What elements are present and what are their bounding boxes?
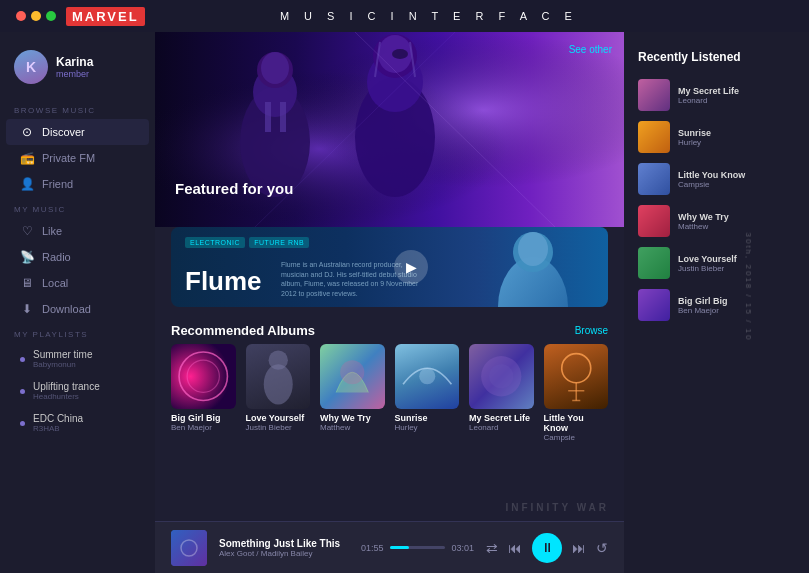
album-artist-1: Ben Maejor: [171, 423, 236, 432]
sidebar-playlist-summer[interactable]: Summer time Babymonun: [6, 343, 149, 375]
app-title: M U S I C I N T E R F A C E: [280, 10, 578, 22]
playlist-dot-3: [20, 421, 25, 426]
playlist-summer-name: Summer time: [33, 349, 92, 360]
user-name: Karina: [56, 55, 93, 69]
play-button[interactable]: ▶: [394, 250, 428, 284]
browse-link[interactable]: Browse: [575, 325, 608, 336]
album-big-girl-big[interactable]: Big Girl Big Ben Maejor: [171, 344, 236, 442]
sidebar-item-like[interactable]: ♡ Like: [6, 218, 149, 244]
repeat-button[interactable]: ↺: [596, 540, 608, 556]
avatar: K: [14, 50, 48, 84]
player-song-title: Something Just Like This: [219, 538, 349, 549]
sidebar-item-radio[interactable]: 📡 Radio: [6, 244, 149, 270]
album-name-4: Sunrise: [395, 413, 460, 423]
close-button[interactable]: [16, 11, 26, 21]
right-panel: Recently Listened My Secret Life Leonard…: [624, 32, 809, 573]
broadcast-icon: 📡: [20, 250, 34, 264]
sidebar-friend-label: Friend: [42, 178, 73, 190]
track-name-6: Big Girl Big: [678, 296, 728, 306]
recommended-header: Recommended Albums Browse: [171, 315, 608, 344]
track-thumb-4: [638, 205, 670, 237]
track-artist-1: Leonard: [678, 96, 739, 105]
sidebar: K Karina member BROWSE MUSIC ⊙ Discover …: [0, 32, 155, 573]
top-bar: MARVEL M U S I C I N T E R F A C E: [0, 0, 809, 32]
sidebar-playlist-edc[interactable]: EDC China R3HAB: [6, 407, 149, 439]
flume-card: ELECTRONIC FUTURE RNB Flume Flume is an …: [171, 227, 608, 307]
track-thumb-1: [638, 79, 670, 111]
sidebar-item-friend[interactable]: 👤 Friend: [6, 171, 149, 197]
minimize-button[interactable]: [31, 11, 41, 21]
recommended-section: Recommended Albums Browse Big Girl Big B…: [155, 315, 624, 521]
shuffle-button[interactable]: ⇄: [486, 540, 498, 556]
player-controls: ⇄ ⏮ ⏸ ⏭ ↺: [486, 533, 608, 563]
svg-point-15: [392, 49, 408, 59]
svg-point-6: [261, 52, 289, 84]
track-thumb-6: [638, 289, 670, 321]
svg-point-22: [187, 360, 219, 392]
track-big-girl-big[interactable]: Big Girl Big Ben Maejor: [634, 284, 799, 326]
player-info: Something Just Like This Alex Goot / Mad…: [219, 538, 349, 558]
track-why-we-try[interactable]: Why We Try Matthew: [634, 200, 799, 242]
sidebar-item-discover[interactable]: ⊙ Discover: [6, 119, 149, 145]
player: Something Just Like This Alex Goot / Mad…: [155, 521, 624, 573]
maximize-button[interactable]: [46, 11, 56, 21]
album-love-yourself[interactable]: Love Yourself Justin Bieber: [246, 344, 311, 442]
track-thumb-2: [638, 121, 670, 153]
sidebar-playlist-trance[interactable]: Uplifting trance Headhunters: [6, 375, 149, 407]
next-button[interactable]: ⏭: [572, 540, 586, 556]
album-name-6: Little You Know: [544, 413, 609, 433]
sidebar-item-private-fm[interactable]: 📻 Private FM: [6, 145, 149, 171]
svg-rect-7: [265, 102, 271, 132]
track-thumb-5: [638, 247, 670, 279]
album-name-3: Why We Try: [320, 413, 385, 423]
browse-section-label: BROWSE MUSIC: [0, 98, 155, 119]
album-artist-3: Matthew: [320, 423, 385, 432]
sidebar-download-label: Download: [42, 303, 91, 315]
track-name-3: Little You Know: [678, 170, 745, 180]
album-sunrise[interactable]: Sunrise Hurley: [395, 344, 460, 442]
progress-bar[interactable]: [390, 546, 446, 549]
featured-section: ELECTRONIC FUTURE RNB Flume Flume is an …: [155, 227, 624, 315]
svg-rect-33: [171, 530, 207, 566]
sidebar-private-fm-label: Private FM: [42, 152, 95, 164]
playlist-summer-sub: Babymonun: [33, 360, 92, 369]
album-little-you-know[interactable]: Little You Know Campsie: [544, 344, 609, 442]
tag-electronic: ELECTRONIC: [185, 237, 245, 248]
play-pause-button[interactable]: ⏸: [532, 533, 562, 563]
playlist-trance-name: Uplifting trance: [33, 381, 100, 392]
download-icon: ⬇: [20, 302, 34, 316]
player-thumbnail: [171, 530, 207, 566]
svg-point-28: [489, 364, 513, 388]
main-content: Featured for you See other ELECTRONIC FU…: [155, 32, 624, 573]
track-little-you-know[interactable]: Little You Know Campsie: [634, 158, 799, 200]
sidebar-item-download[interactable]: ⬇ Download: [6, 296, 149, 322]
flume-artist-name: Flume: [185, 266, 262, 297]
see-other-link[interactable]: See other: [569, 44, 612, 55]
svg-point-20: [518, 232, 548, 266]
playlist-dot: [20, 357, 25, 362]
track-love-yourself[interactable]: Love Yourself Justin Bieber: [634, 242, 799, 284]
my-music-section-label: MY MUSIC: [0, 197, 155, 218]
track-name-5: Love Yourself: [678, 254, 737, 264]
prev-button[interactable]: ⏮: [508, 540, 522, 556]
track-name-4: Why We Try: [678, 212, 729, 222]
playlist-trance-sub: Headhunters: [33, 392, 100, 401]
flume-tags: ELECTRONIC FUTURE RNB: [185, 237, 309, 248]
recently-listened-title: Recently Listened: [634, 42, 799, 74]
album-artist-2: Justin Bieber: [246, 423, 311, 432]
track-artist-2: Hurley: [678, 138, 711, 147]
album-art-3: [320, 344, 385, 409]
album-artist-4: Hurley: [395, 423, 460, 432]
svg-point-26: [419, 368, 435, 384]
sidebar-item-local[interactable]: 🖥 Local: [6, 270, 149, 296]
svg-point-23: [263, 364, 292, 404]
progress-fill: [390, 546, 410, 549]
track-sunrise[interactable]: Sunrise Hurley: [634, 116, 799, 158]
track-my-secret-life[interactable]: My Secret Life Leonard: [634, 74, 799, 116]
playlist-edc-name: EDC China: [33, 413, 83, 424]
infinity-war-watermark: INFINITY WAR: [505, 502, 609, 513]
playlist-dot-2: [20, 389, 25, 394]
album-my-secret-life[interactable]: My Secret Life Leonard: [469, 344, 534, 442]
album-art-5: [469, 344, 534, 409]
album-why-we-try[interactable]: Why We Try Matthew: [320, 344, 385, 442]
